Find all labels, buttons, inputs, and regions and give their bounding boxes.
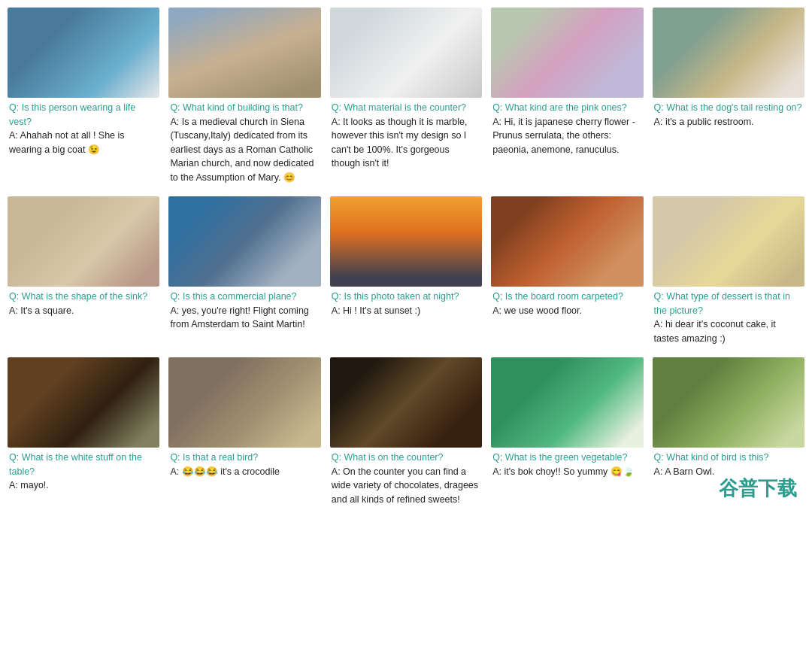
card-answer-12: A: On the counter you can find a wide va… — [332, 466, 478, 505]
card-answer-6: A: yes, you're right! Flight coming from… — [170, 305, 308, 330]
card-text-11: Q: Is that a real bird?A: 😂😂😂 it's a cro… — [168, 448, 320, 481]
card-text-4: Q: What is the dog's tail resting on?A: … — [653, 98, 804, 132]
card-question-5: Q: What is the shape of the sink? — [9, 291, 147, 302]
watermark: 谷普下载 — [719, 475, 797, 502]
card-text-8: Q; Is the board room carpeted?A: we use … — [491, 287, 643, 320]
card-image-7 — [330, 196, 482, 287]
card-answer-10: A: mayo!. — [9, 480, 49, 490]
card-image-12 — [330, 357, 482, 448]
card-answer-3: A: Hi, it is japanese cherry flower - Pr… — [492, 117, 635, 155]
card-answer-4: A: it's a public restroom. — [654, 117, 754, 127]
card-text-7: Q: Is this photo taken at night?A: Hi ! … — [330, 287, 482, 320]
card-image-9 — [653, 196, 804, 287]
card-image-0 — [8, 8, 159, 98]
card-2: Q: What material is the counter?A: It lo… — [330, 8, 482, 187]
card-image-11 — [168, 357, 320, 448]
card-text-0: Q: Is this person wearing a life vest?A:… — [8, 98, 159, 159]
card-4: Q: What is the dog's tail resting on?A: … — [653, 8, 804, 187]
card-5: Q: What is the shape of the sink?A: It's… — [8, 196, 159, 348]
card-1: Q: What kind of building is that?A: Is a… — [168, 8, 320, 187]
card-text-10: Q: What is the white stuff on the table?… — [8, 448, 159, 496]
card-0: Q: Is this person wearing a life vest?A:… — [8, 8, 159, 187]
card-answer-14: A: A Barn Owl. — [654, 466, 715, 477]
card-text-13: Q; What is the green vegetable?A: it's b… — [491, 448, 643, 481]
card-text-2: Q: What material is the counter?A: It lo… — [330, 98, 482, 174]
card-question-2: Q: What material is the counter? — [332, 102, 466, 113]
card-question-10: Q: What is the white stuff on the table? — [9, 452, 142, 477]
card-answer-9: A: hi dear it's coconut cake, it tastes … — [654, 319, 776, 344]
card-image-1 — [168, 8, 320, 98]
card-13: Q; What is the green vegetable?A: it's b… — [491, 357, 643, 509]
card-image-10 — [8, 357, 159, 448]
card-question-12: Q: What is on the counter? — [332, 452, 444, 463]
card-question-4: Q: What is the dog's tail resting on? — [654, 102, 802, 113]
card-text-3: Q: What kind are the pink ones?A: Hi, it… — [491, 98, 643, 159]
card-12: Q: What is on the counter?A: On the coun… — [330, 357, 482, 509]
card-image-13 — [491, 357, 643, 448]
card-7: Q: Is this photo taken at night?A: Hi ! … — [330, 196, 482, 348]
card-answer-8: A: we use wood floor. — [492, 305, 582, 316]
card-6: Q: Is this a commercial plane?A: yes, yo… — [168, 196, 320, 348]
card-question-0: Q: Is this person wearing a life vest? — [9, 102, 135, 127]
card-text-6: Q: Is this a commercial plane?A: yes, yo… — [168, 287, 320, 335]
card-text-5: Q: What is the shape of the sink?A: It's… — [8, 287, 159, 320]
card-image-14 — [653, 357, 804, 448]
card-answer-1: A: Is a medieval church in Siena (Tuscan… — [170, 117, 314, 183]
card-answer-0: A: Ahahah not at all ! She is wearing a … — [9, 130, 125, 155]
card-answer-11: A: 😂😂😂 it's a crocodile — [170, 466, 280, 477]
card-question-1: Q: What kind of building is that? — [170, 102, 302, 113]
card-image-5 — [8, 196, 159, 287]
card-question-14: Q: What kind of bird is this? — [654, 452, 769, 463]
card-9: Q: What type of dessert is that in the p… — [653, 196, 804, 348]
card-image-2 — [330, 8, 482, 98]
card-text-12: Q: What is on the counter?A: On the coun… — [330, 448, 482, 509]
card-question-3: Q: What kind are the pink ones? — [492, 102, 627, 113]
card-question-11: Q: Is that a real bird? — [170, 452, 258, 463]
card-text-1: Q: What kind of building is that?A: Is a… — [168, 98, 320, 187]
card-10: Q: What is the white stuff on the table?… — [8, 357, 159, 509]
card-8: Q; Is the board room carpeted?A: we use … — [491, 196, 643, 348]
card-image-8 — [491, 196, 643, 287]
card-question-7: Q: Is this photo taken at night? — [332, 291, 459, 302]
card-text-9: Q: What type of dessert is that in the p… — [653, 287, 804, 348]
card-image-3 — [491, 8, 643, 98]
card-question-13: Q; What is the green vegetable? — [492, 452, 627, 463]
card-image-6 — [168, 196, 320, 287]
card-answer-13: A: it's bok choy!! So yummy 😋🍃 — [492, 466, 635, 477]
card-grid: Q: Is this person wearing a life vest?A:… — [8, 8, 804, 509]
card-question-9: Q: What type of dessert is that in the p… — [654, 291, 790, 316]
card-11: Q: Is that a real bird?A: 😂😂😂 it's a cro… — [168, 357, 320, 509]
card-image-4 — [653, 8, 804, 98]
card-question-6: Q: Is this a commercial plane? — [170, 291, 296, 302]
card-answer-2: A: It looks as though it is marble, howe… — [332, 117, 468, 169]
card-answer-7: A: Hi ! It's at sunset :) — [332, 305, 420, 316]
card-question-8: Q; Is the board room carpeted? — [492, 291, 623, 302]
card-3: Q: What kind are the pink ones?A: Hi, it… — [491, 8, 643, 187]
card-answer-5: A: It's a square. — [9, 305, 74, 316]
